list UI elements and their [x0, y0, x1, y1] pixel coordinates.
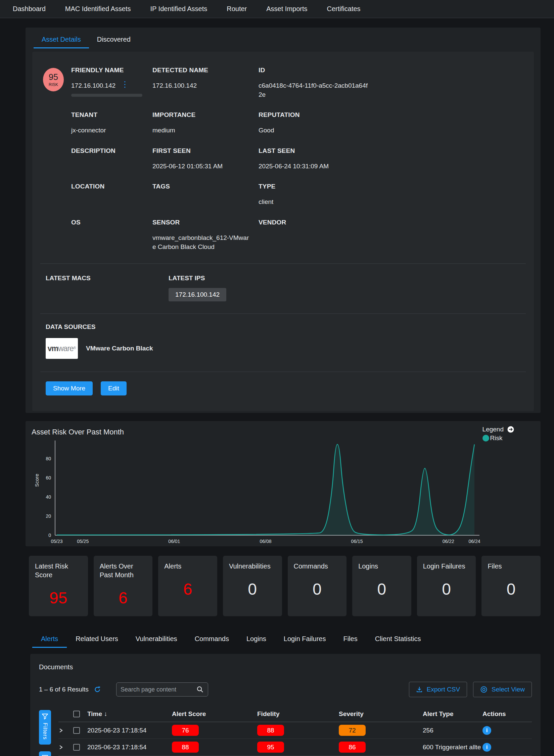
header-checkbox-cell	[73, 711, 87, 717]
tab-discovered[interactable]: Discovered	[89, 30, 139, 48]
filters-button[interactable]: Filters	[39, 710, 51, 745]
risk-score: 95	[49, 72, 58, 82]
field-tags: TAGS	[152, 183, 259, 207]
columns-button[interactable]: Columns	[39, 751, 51, 756]
stat-card-value: 0	[423, 580, 470, 598]
row-checkbox[interactable]	[73, 744, 80, 751]
latest-ips-chips: 172.16.100.142	[169, 282, 520, 301]
nav-item-asset-imports[interactable]: Asset Imports	[266, 5, 307, 13]
detail-tab-files[interactable]: Files	[334, 632, 366, 648]
stat-card-commands: Commands0	[288, 556, 347, 616]
field-type: TYPEclient	[259, 183, 526, 207]
column-header-actions[interactable]: Actions	[482, 710, 532, 718]
stat-card-value: 0	[358, 580, 405, 598]
svg-text:06/15: 06/15	[351, 539, 363, 544]
latest-ip-chip[interactable]: 172.16.100.142	[169, 288, 226, 301]
detail-tab-login-failures[interactable]: Login Failures	[275, 632, 335, 648]
detail-tab-alerts[interactable]: Alerts	[32, 632, 67, 648]
select-all-checkbox[interactable]	[73, 711, 80, 717]
nav-item-certificates[interactable]: Certificates	[327, 5, 361, 13]
field-os: OS	[71, 219, 152, 251]
table-body: 2025-06-23 17:18:54 76 88 72 256 i 2025-…	[58, 722, 532, 756]
field-value: jx-connector	[71, 126, 106, 135]
field-last-seen: LAST SEEN2025-06-24 10:31:09 AM	[259, 147, 526, 171]
refresh-icon	[93, 685, 101, 694]
field-label: LAST SEEN	[259, 147, 516, 155]
column-header-alert-type[interactable]: Alert Type	[423, 710, 482, 718]
vmware-logo: vmware®	[46, 338, 78, 359]
table-row[interactable]: 2025-06-23 17:18:54 76 88 72 256 i	[58, 722, 532, 739]
expand-chevron-icon[interactable]	[58, 727, 63, 733]
field-vendor: VENDOR	[259, 219, 526, 251]
detail-tab-logins[interactable]: Logins	[238, 632, 275, 648]
select-view-button[interactable]: Select View	[473, 682, 532, 697]
detail-tab-commands[interactable]: Commands	[186, 632, 238, 648]
column-header-fidelity[interactable]: Fidelity	[257, 710, 339, 718]
alerts-table: Time↓Alert ScoreFidelitySeverityAlert Ty…	[58, 706, 532, 756]
column-header-time[interactable]: Time↓	[87, 710, 172, 718]
latest-row: LATEST MACS LATEST IPS 172.16.100.142	[40, 264, 526, 313]
results-count: 1 – 6 of 6 Results	[39, 686, 89, 693]
refresh-button[interactable]	[93, 685, 101, 694]
nav-item-mac-identified-assets[interactable]: MAC Identified Assets	[65, 5, 131, 13]
table-row[interactable]: 2025-06-23 17:18:54 88 95 86 600 Trigger…	[58, 739, 532, 756]
info-icon[interactable]: i	[482, 726, 491, 735]
stat-card-label: Commands	[294, 562, 341, 571]
stat-card-label: Latest Risk Score	[35, 562, 82, 579]
sort-desc-icon[interactable]: ↓	[104, 710, 107, 717]
detail-tab-related-users[interactable]: Related Users	[67, 632, 127, 648]
field-value-row	[152, 190, 249, 205]
expand-chevron-icon[interactable]	[58, 744, 63, 750]
field-value-row: medium	[152, 119, 249, 135]
info-icon[interactable]: i	[482, 743, 491, 752]
kebab-menu-icon[interactable]: ⋮	[121, 81, 129, 88]
latest-ips: LATEST IPS 172.16.100.142	[169, 275, 520, 301]
stat-card-alerts-over-past-month: Alerts Over Past Month6	[94, 556, 153, 616]
stat-card-value: 95	[35, 589, 82, 607]
risk-badge-label: RISK	[49, 82, 58, 87]
stat-card-label: Alerts	[164, 562, 211, 571]
data-source-name: VMware Carbon Black	[86, 345, 153, 352]
show-more-button[interactable]: Show More	[46, 381, 93, 395]
edit-button[interactable]: Edit	[101, 381, 127, 395]
risk-badge: 95 RISK	[43, 68, 64, 91]
data-source-item: vmware®VMware Carbon Black	[46, 338, 520, 359]
field-value-row	[71, 155, 143, 170]
stat-card-alerts: Alerts6	[158, 556, 217, 616]
svg-text:40: 40	[46, 494, 51, 500]
nav-item-router[interactable]: Router	[227, 5, 247, 13]
field-label: TENANT	[71, 111, 143, 119]
field-label: VENDOR	[259, 219, 516, 226]
field-value: 172.16.100.142	[152, 81, 197, 90]
fidelity-badge: 88	[257, 725, 284, 736]
field-label: FIRST SEEN	[152, 147, 249, 155]
documents-toolbar: 1 – 6 of 6 Results Export CSV	[39, 682, 532, 697]
column-header-alert-score[interactable]: Alert Score	[172, 710, 257, 718]
search-input[interactable]	[121, 686, 196, 693]
svg-text:60: 60	[46, 475, 51, 480]
download-icon	[416, 686, 423, 693]
export-csv-button[interactable]: Export CSV	[409, 682, 467, 697]
stat-card-label: Alerts Over Past Month	[100, 562, 147, 579]
name-field-scrollbar[interactable]	[71, 94, 142, 97]
detail-tab-client-statistics[interactable]: Client Statistics	[366, 632, 430, 648]
detail-tab-vulnerabilities[interactable]: Vulnerabilities	[127, 632, 186, 648]
stat-card-value: 0	[229, 580, 276, 598]
tab-asset-details[interactable]: Asset Details	[34, 30, 89, 48]
field-tenant: TENANTjx-connector	[71, 111, 152, 135]
data-sources: DATA SOURCES vmware®VMware Carbon Black	[40, 314, 526, 372]
search-icon[interactable]	[196, 686, 204, 693]
nav-item-ip-identified-assets[interactable]: IP Identified Assets	[150, 5, 207, 13]
cell-fidelity: 95	[257, 742, 339, 753]
field-value: medium	[152, 126, 175, 135]
svg-text:05/25: 05/25	[77, 539, 89, 544]
row-checkbox[interactable]	[73, 727, 80, 734]
stat-card-label: Logins	[358, 562, 405, 571]
nav-item-dashboard[interactable]: Dashboard	[13, 5, 46, 13]
column-header-severity[interactable]: Severity	[339, 710, 423, 718]
asset-details-panel: Asset DetailsDiscovered 95 RISK FRIENDLY…	[26, 28, 541, 413]
cell-alert-type: 256	[423, 727, 482, 734]
stat-card-value: 0	[488, 580, 535, 598]
stat-card-login-failures: Login Failures0	[417, 556, 476, 616]
stat-card-value: 0	[294, 580, 341, 598]
